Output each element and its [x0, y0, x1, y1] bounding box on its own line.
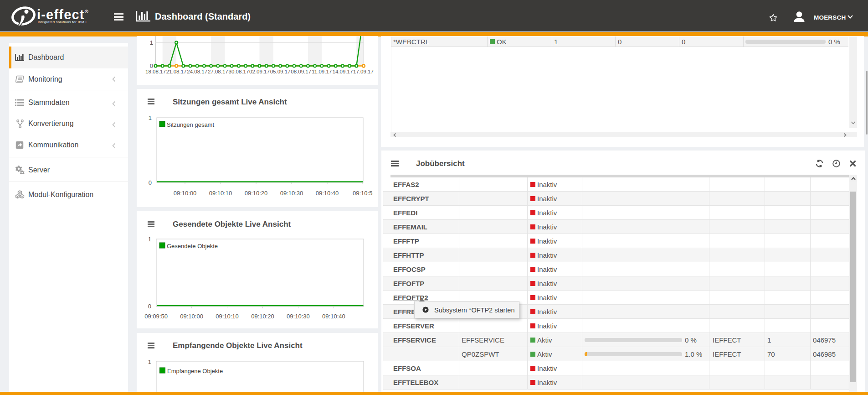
svg-text:Sitzungen gesamt: Sitzungen gesamt — [167, 121, 214, 128]
svg-text:09:09:50: 09:09:50 — [144, 313, 168, 320]
svg-text:05.09.17: 05.09.17 — [270, 69, 291, 74]
svg-text:09:10:40: 09:10:40 — [316, 190, 339, 197]
svg-text:24.08.17: 24.08.17 — [187, 69, 207, 74]
svg-text:09:10:5: 09:10:5 — [353, 190, 372, 197]
svg-text:09:10:40: 09:10:40 — [322, 313, 345, 320]
svg-text:30.08.17: 30.08.17 — [229, 69, 249, 74]
svg-text:11.09.17: 11.09.17 — [312, 69, 332, 74]
svg-text:0: 0 — [150, 62, 153, 69]
svg-text:1: 1 — [148, 236, 151, 243]
svg-text:08.09.17: 08.09.17 — [291, 69, 311, 74]
svg-text:0: 0 — [148, 303, 151, 310]
svg-text:09:10:10: 09:10:10 — [216, 313, 239, 320]
svg-text:Gesendete Objekte: Gesendete Objekte — [167, 243, 218, 249]
svg-text:Empfangene Objekte: Empfangene Objekte — [167, 368, 223, 374]
svg-text:09:10:30: 09:10:30 — [287, 313, 310, 320]
svg-text:1: 1 — [148, 359, 151, 365]
svg-text:18.08.17: 18.08.17 — [145, 69, 166, 74]
svg-text:21.08.17: 21.08.17 — [166, 69, 187, 74]
svg-text:1: 1 — [149, 114, 152, 121]
svg-text:09:10:20: 09:10:20 — [251, 313, 274, 320]
svg-text:09:10:00: 09:10:00 — [180, 313, 203, 320]
svg-text:1: 1 — [150, 39, 153, 46]
svg-text:09:10:30: 09:10:30 — [280, 190, 303, 197]
svg-text:09:10:20: 09:10:20 — [245, 190, 268, 197]
svg-text:09:10:00: 09:10:00 — [174, 190, 197, 197]
svg-text:17.09.17: 17.09.17 — [353, 69, 374, 74]
svg-text:02.09.17: 02.09.17 — [249, 69, 270, 74]
svg-text:0: 0 — [149, 179, 152, 186]
svg-text:27.08.17: 27.08.17 — [208, 69, 228, 74]
svg-text:09:10:10: 09:10:10 — [209, 190, 232, 197]
svg-text:14.09.17: 14.09.17 — [333, 69, 353, 74]
